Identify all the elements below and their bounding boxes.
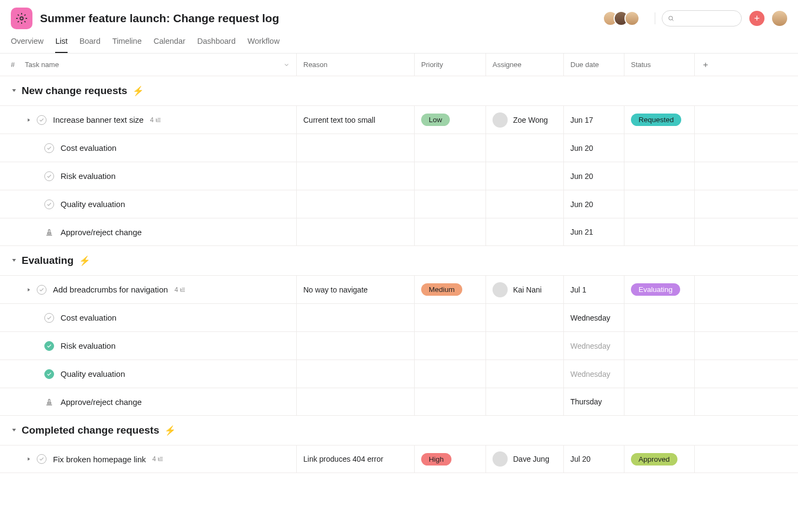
due-cell[interactable]: Wednesday (563, 360, 624, 388)
assignee-avatar[interactable] (493, 282, 508, 297)
reason-cell[interactable] (296, 360, 414, 388)
status-cell[interactable]: Evaluating (624, 276, 694, 303)
priority-cell[interactable]: Low (414, 106, 486, 134)
assignee-avatar[interactable] (493, 112, 508, 128)
task-row[interactable]: Fix broken homepage link 4 Link produces… (0, 445, 798, 473)
assignee-cell[interactable] (486, 332, 563, 360)
expand-caret-icon[interactable] (26, 285, 31, 294)
add-column-button[interactable] (694, 54, 716, 76)
reason-cell[interactable]: Link produces 404 error (296, 445, 414, 473)
section-caret-icon[interactable] (11, 87, 17, 95)
column-priority[interactable]: Priority (414, 54, 486, 76)
priority-pill[interactable]: Low (421, 114, 450, 126)
complete-toggle[interactable] (44, 200, 54, 209)
column-reason[interactable]: Reason (296, 54, 414, 76)
task-cell[interactable]: Quality evaluation (11, 200, 296, 209)
task-row[interactable]: Increase banner text size 4 Current text… (0, 105, 798, 134)
task-row[interactable]: Quality evaluation Wednesday (0, 360, 798, 388)
column-assignee[interactable]: Assignee (486, 54, 563, 76)
my-avatar[interactable] (772, 11, 787, 26)
reason-cell[interactable] (296, 218, 414, 245)
section-header[interactable]: Completed change requests ⚡ (0, 416, 798, 445)
status-pill[interactable]: Evaluating (631, 283, 680, 296)
assignee-cell[interactable]: Zoe Wong (486, 106, 563, 134)
expand-caret-icon[interactable] (26, 455, 31, 463)
priority-cell[interactable] (414, 360, 486, 388)
task-cell[interactable]: Approve/reject change (11, 397, 296, 407)
reason-cell[interactable] (296, 332, 414, 360)
assignee-cell[interactable]: Kai Nani (486, 276, 563, 303)
priority-cell[interactable] (414, 134, 486, 162)
priority-cell[interactable] (414, 190, 486, 218)
column-number[interactable]: # (11, 61, 25, 69)
due-cell[interactable]: Jun 17 (563, 106, 624, 134)
task-cell[interactable]: Risk evaluation (11, 341, 296, 351)
due-cell[interactable]: Wednesday (563, 332, 624, 360)
task-row[interactable]: Risk evaluation Wednesday (0, 331, 798, 360)
status-pill[interactable]: Requested (631, 114, 681, 126)
due-cell[interactable]: Jun 20 (563, 190, 624, 218)
due-cell[interactable]: Jul 20 (563, 445, 624, 473)
tab-calendar[interactable]: Calendar (154, 37, 185, 53)
search-input[interactable] (662, 10, 742, 26)
assignee-cell[interactable] (486, 218, 563, 245)
task-row[interactable]: Cost evaluation Jun 20 (0, 134, 798, 162)
task-cell[interactable]: Quality evaluation (11, 369, 296, 379)
complete-toggle[interactable] (44, 369, 54, 379)
task-cell[interactable]: Cost evaluation (11, 313, 296, 323)
status-cell[interactable] (624, 134, 694, 162)
reason-cell[interactable] (296, 162, 414, 190)
priority-cell[interactable] (414, 332, 486, 360)
priority-cell[interactable]: Medium (414, 276, 486, 303)
status-cell[interactable] (624, 162, 694, 190)
priority-cell[interactable] (414, 162, 486, 190)
task-cell[interactable]: Cost evaluation (11, 143, 296, 153)
project-title[interactable]: Summer feature launch: Change request lo… (40, 12, 279, 25)
assignee-cell[interactable] (486, 190, 563, 218)
priority-pill[interactable]: Medium (421, 283, 462, 296)
task-row[interactable]: Add breadcrumbs for navigation 4 No way … (0, 275, 798, 303)
assignee-cell[interactable] (486, 304, 563, 331)
status-cell[interactable] (624, 218, 694, 245)
complete-toggle[interactable] (37, 454, 46, 464)
task-cell[interactable]: Add breadcrumbs for navigation 4 (11, 285, 296, 295)
assignee-cell[interactable] (486, 388, 563, 415)
chevron-down-icon[interactable] (283, 62, 290, 68)
tab-board[interactable]: Board (79, 37, 101, 53)
assignee-avatar[interactable] (493, 451, 508, 467)
task-row[interactable]: Quality evaluation Jun 20 (0, 190, 798, 218)
tab-timeline[interactable]: Timeline (112, 37, 142, 53)
tab-dashboard[interactable]: Dashboard (197, 37, 236, 53)
task-row[interactable]: Cost evaluation Wednesday (0, 303, 798, 331)
column-task[interactable]: Task name (25, 61, 296, 69)
assignee-cell[interactable]: Dave Jung (486, 445, 563, 473)
column-status[interactable]: Status (624, 54, 694, 76)
add-button[interactable]: + (749, 11, 764, 26)
section-header[interactable]: Evaluating ⚡ (0, 246, 798, 275)
complete-toggle[interactable] (44, 143, 54, 153)
tab-list[interactable]: List (55, 37, 68, 53)
assignee-cell[interactable] (486, 360, 563, 388)
due-cell[interactable]: Jun 20 (563, 134, 624, 162)
reason-cell[interactable]: No way to navigate (296, 276, 414, 303)
task-row[interactable]: Approve/reject change Thursday (0, 388, 798, 416)
reason-cell[interactable]: Current text too small (296, 106, 414, 134)
member-avatars[interactable] (603, 11, 640, 26)
reason-cell[interactable] (296, 134, 414, 162)
section-caret-icon[interactable] (11, 426, 17, 435)
column-due[interactable]: Due date (563, 54, 624, 76)
complete-toggle[interactable] (37, 285, 46, 295)
expand-caret-icon[interactable] (26, 116, 31, 124)
reason-cell[interactable] (296, 388, 414, 415)
status-cell[interactable] (624, 332, 694, 360)
complete-toggle[interactable] (44, 171, 54, 181)
section-caret-icon[interactable] (11, 256, 17, 265)
reason-cell[interactable] (296, 190, 414, 218)
priority-cell[interactable] (414, 218, 486, 245)
task-cell[interactable]: Fix broken homepage link 4 (11, 454, 296, 464)
complete-toggle[interactable] (37, 115, 46, 125)
project-icon[interactable] (11, 8, 32, 29)
complete-toggle[interactable] (44, 313, 54, 323)
section-header[interactable]: New change requests ⚡ (0, 76, 798, 105)
priority-cell[interactable] (414, 388, 486, 415)
